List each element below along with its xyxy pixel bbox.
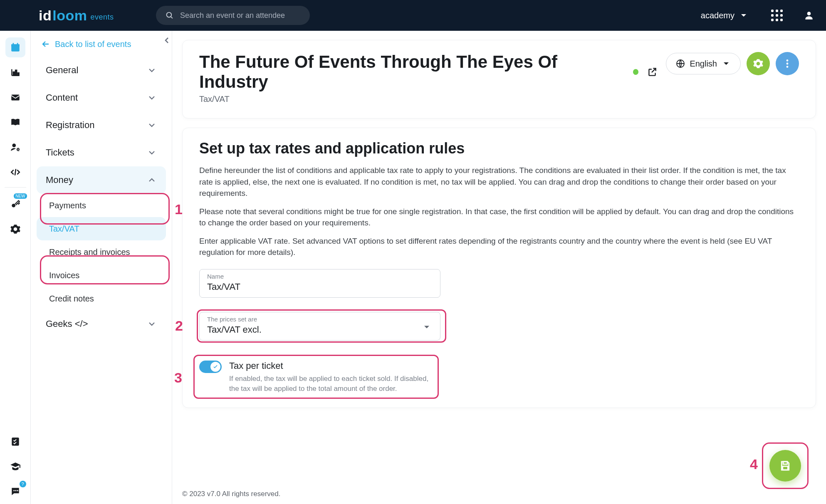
brand-loom: loom [52,7,87,24]
globe-icon [675,59,685,69]
svg-point-15 [13,490,15,491]
nav-content[interactable]: Content [37,84,166,111]
save-fab[interactable] [769,450,801,482]
collapse-sidebar-icon[interactable] [162,35,172,46]
search-icon [165,10,174,20]
svg-point-2 [807,12,811,15]
new-badge: NEW [14,193,27,199]
account-menu[interactable]: academy [701,10,749,20]
svg-rect-8 [15,70,17,76]
caret-down-icon [422,322,432,332]
svg-point-19 [786,59,789,62]
annotation-number-4: 4 [750,456,758,472]
svg-rect-22 [783,462,787,464]
more-vertical-icon [782,58,793,69]
field-label: Name [207,273,433,280]
rail-chat-icon[interactable]: ? [5,482,25,502]
rail-mail-icon[interactable] [5,87,25,107]
nav-creditnotes[interactable]: Credit notes [37,287,166,310]
name-field[interactable]: Name Tax/VAT [199,269,440,298]
nav-taxvat[interactable]: Tax/VAT [37,217,166,240]
nav-money[interactable]: Money [37,166,166,194]
description-paragraph: Enter applicable VAT rate. Set advanced … [199,235,799,258]
check-icon [213,364,218,370]
rail-book-icon[interactable] [5,112,25,132]
language-selector[interactable]: English [666,53,741,74]
annotation-number-1: 1 [175,201,183,217]
chevron-down-icon [147,148,157,158]
search-input[interactable] [180,11,301,20]
svg-point-0 [167,12,172,17]
svg-rect-9 [17,73,19,76]
brand-events: events [90,13,114,22]
svg-line-1 [171,17,173,18]
profile-icon[interactable] [804,10,814,21]
prices-select[interactable]: The prices set are Tax/VAT excl. [199,312,440,341]
global-search[interactable] [156,6,310,25]
event-header-card: The Future Of Events Through The Eyes Of… [182,40,816,119]
rail-gear-icon[interactable] [5,219,25,239]
annotation-number-2: 2 [175,318,183,334]
chevron-down-icon [147,120,157,130]
svg-point-21 [786,66,789,68]
rail-checklist-icon[interactable] [5,432,25,452]
rail-chart-icon[interactable] [5,62,25,82]
nav-payments[interactable]: Payments [37,194,166,217]
gear-icon [753,58,764,69]
toggle-description: If enabled, the tax will be applied to e… [229,374,432,394]
caret-down-icon [721,59,731,69]
rail-usersettings-icon[interactable] [5,137,25,157]
field-value: Tax/VAT excl. [207,324,433,335]
svg-rect-23 [783,466,788,470]
svg-rect-6 [17,43,18,45]
nav-geeks[interactable]: Geeks </> [37,310,166,338]
field-value: Tax/VAT [207,282,433,292]
rail-key-icon[interactable]: NEW [5,194,25,214]
svg-rect-10 [11,95,20,101]
external-link-icon[interactable] [647,67,658,77]
help-badge: ? [20,481,26,487]
arrow-left-icon [41,39,51,49]
brand-id: id [39,7,52,24]
status-dot-icon [633,69,639,75]
page-footer: © 2023 v7.0 All rights reserved. [182,490,280,498]
apps-grid-icon[interactable] [771,10,783,21]
account-label: academy [701,11,734,20]
svg-point-13 [12,204,15,208]
settings-button[interactable] [747,52,770,75]
svg-rect-7 [13,72,14,76]
main-area: The Future Of Events Through The Eyes Of… [172,31,826,504]
nav-general[interactable]: General [37,57,166,84]
annotation-number-3: 3 [174,370,182,386]
tax-per-ticket-toggle[interactable] [199,361,222,373]
chevron-down-icon [147,65,157,75]
nav-registration[interactable]: Registration [37,111,166,139]
save-icon [779,460,791,472]
brand-logo[interactable]: idloom events [39,7,114,24]
back-to-events-link[interactable]: Back to list of events [37,36,166,57]
toggle-title: Tax per ticket [229,361,432,371]
rail-calendar-icon[interactable] [5,37,25,57]
back-link-label: Back to list of events [55,40,131,49]
chevron-down-icon [147,319,157,329]
section-title: Set up tax rates and application rules [199,140,799,157]
description-paragraph: Define hereunder the list of conditions … [199,165,799,199]
toggle-knob [210,362,220,372]
svg-point-16 [15,490,16,491]
svg-point-17 [17,490,18,491]
icon-rail: NEW ? [0,31,31,504]
nav-receipts[interactable]: Receipts and invoices [37,240,166,264]
caret-down-icon [739,10,749,20]
nav-invoices[interactable]: Invoices [37,264,166,287]
svg-rect-14 [12,437,19,446]
field-label: The prices set are [207,316,433,323]
tax-content-card: Set up tax rates and application rules D… [182,128,816,408]
more-button[interactable] [776,52,799,75]
rail-graduation-icon[interactable] [5,457,25,477]
breadcrumb: Tax/VAT [199,94,658,104]
rail-code-icon[interactable] [5,162,25,182]
topbar: idloom events academy [0,0,826,31]
svg-rect-5 [12,43,14,45]
nav-tickets[interactable]: Tickets [37,139,166,166]
svg-point-12 [17,148,19,150]
